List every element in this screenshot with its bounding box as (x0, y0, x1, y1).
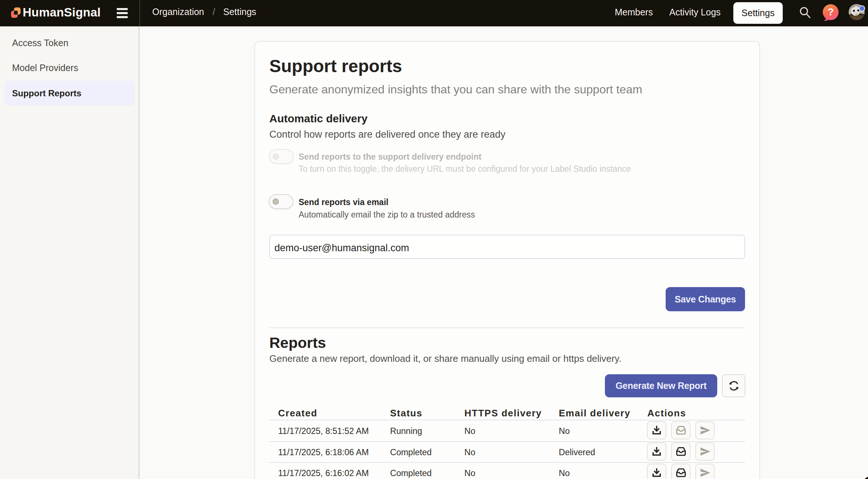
svg-text:?: ? (827, 6, 834, 18)
